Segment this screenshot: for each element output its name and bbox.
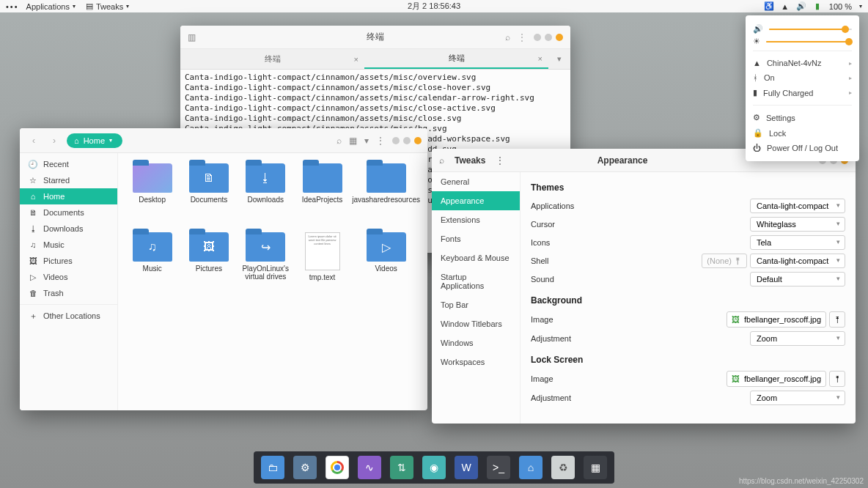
sidebar-item-pictures[interactable]: 🖼Pictures: [20, 253, 117, 269]
search-icon[interactable]: ⌕: [505, 32, 510, 42]
brightness-slider[interactable]: [766, 41, 852, 42]
wifi-icon[interactable]: ▲: [781, 2, 790, 11]
wifi-row[interactable]: ▲ChinaNet-4vNz▸: [753, 56, 852, 70]
battery-pct[interactable]: 100 %: [829, 2, 852, 11]
close-tab-icon[interactable]: ×: [538, 54, 542, 63]
volume-icon[interactable]: 🔊: [797, 2, 806, 11]
close-button[interactable]: [414, 137, 422, 144]
icons-theme-combo[interactable]: Tela: [750, 235, 845, 250]
max-button[interactable]: [403, 137, 411, 144]
shell-none-button[interactable]: (None) ⭱: [702, 254, 747, 268]
view-options-icon[interactable]: ▾: [364, 136, 369, 146]
forward-button[interactable]: ›: [46, 133, 62, 149]
battery-icon[interactable]: ▮: [813, 2, 822, 11]
file-item[interactable]: 🗎Documents: [182, 163, 235, 229]
dock-trash-icon[interactable]: ♻: [551, 456, 575, 479]
tweaks-category-list: GeneralAppearanceExtensionsFontsKeyboard…: [432, 172, 521, 424]
dock-arrows-icon[interactable]: ⇅: [390, 456, 413, 479]
file-item[interactable]: ▷Videos: [352, 232, 420, 298]
sidebar-item-trash[interactable]: 🗑Trash: [20, 285, 117, 301]
dock-chrome-icon[interactable]: [326, 456, 349, 479]
category-windows[interactable]: Windows: [432, 333, 520, 352]
file-item[interactable]: Desktop: [125, 163, 179, 229]
kebab-icon[interactable]: ⋮: [376, 136, 385, 146]
cursor-theme-combo[interactable]: Whiteglass: [750, 217, 845, 232]
category-fonts[interactable]: Fonts: [432, 229, 520, 248]
category-general[interactable]: General: [432, 172, 520, 191]
lockscreen-upload-button[interactable]: ⭱: [829, 371, 845, 387]
lockscreen-adjustment-combo[interactable]: Zoom: [750, 391, 845, 405]
sidebar-item-music[interactable]: ♫Music: [20, 237, 117, 253]
category-workspaces[interactable]: Workspaces: [432, 352, 520, 371]
kebab-icon[interactable]: ⋮: [518, 32, 526, 42]
clock[interactable]: 2月 2 18:56:43: [408, 1, 460, 12]
max-button[interactable]: [545, 34, 552, 41]
breadcrumb-home[interactable]: ⌂Home▾: [67, 133, 122, 148]
terminal-tab-1[interactable]: 终端×: [364, 49, 548, 69]
dock-settings-icon[interactable]: ⚙: [293, 456, 317, 479]
applications-theme-combo[interactable]: Canta-light-compact: [750, 199, 845, 213]
gear-icon: ⚙: [753, 113, 760, 122]
sound-theme-combo[interactable]: Default: [750, 272, 845, 286]
file-item[interactable]: 🖼Pictures: [182, 232, 235, 298]
settings-row[interactable]: ⚙Settings: [753, 110, 852, 125]
file-item[interactable]: ⭳Downloads: [239, 163, 293, 229]
terminal-tab-0[interactable]: 终端×: [180, 49, 364, 69]
file-item[interactable]: Lorem ipsum dolor sit amet text file pre…: [295, 232, 349, 298]
sidebar-icon: 🗑: [29, 289, 37, 297]
dock-apps-icon[interactable]: ▦: [584, 456, 607, 479]
applications-menu[interactable]: Applications▾: [26, 2, 76, 11]
kebab-icon[interactable]: ⋮: [496, 155, 504, 166]
dock-disc-icon[interactable]: ◉: [422, 456, 446, 479]
sidebar-item-documents[interactable]: 🗎Documents: [20, 204, 117, 221]
volume-slider[interactable]: [769, 29, 852, 30]
file-item[interactable]: javasharedresources: [352, 163, 420, 229]
background-image-button[interactable]: 🖼fbellanger_roscoff.jpg: [727, 311, 826, 328]
dock-wps-icon[interactable]: W: [455, 456, 478, 479]
close-button[interactable]: [556, 34, 563, 41]
view-toggle-icon[interactable]: ▦: [349, 136, 357, 146]
section-lockscreen: Lock Screen: [531, 355, 845, 365]
sidebar-icon: ＋: [29, 311, 37, 320]
dock-wave-icon[interactable]: ∿: [358, 456, 381, 479]
file-item[interactable]: IdeaProjects: [295, 163, 349, 229]
close-tab-icon[interactable]: ×: [354, 55, 358, 64]
category-extensions[interactable]: Extensions: [432, 210, 520, 229]
category-appearance[interactable]: Appearance: [432, 191, 520, 210]
min-button[interactable]: [534, 34, 541, 41]
sidebar-item-videos[interactable]: ▷Videos: [20, 269, 117, 285]
activities-dots[interactable]: •••: [6, 2, 19, 11]
dock-terminal-icon[interactable]: >_: [487, 456, 510, 479]
dock-folder-icon[interactable]: ⌂: [519, 456, 542, 479]
file-item[interactable]: ↪PlayOnLinux's virtual drives: [239, 232, 293, 298]
power-row[interactable]: ▮Fully Charged▸: [753, 85, 852, 100]
lock-row[interactable]: 🔒Lock: [753, 125, 852, 141]
sidebar-item-downloads[interactable]: ⭳Downloads: [20, 221, 117, 237]
search-icon[interactable]: ⌕: [439, 155, 444, 166]
sidebar-item-recent[interactable]: 🕘Recent: [20, 156, 117, 172]
accessibility-icon[interactable]: ♿: [765, 2, 773, 11]
background-upload-button[interactable]: ⭱: [829, 311, 845, 328]
lockscreen-image-button[interactable]: 🖼fbellanger_roscoff.jpg: [727, 371, 826, 387]
bluetooth-row[interactable]: ᚼOn▸: [753, 70, 852, 85]
sidebar-item-other-locations[interactable]: ＋Other Locations: [20, 308, 117, 324]
category-startup-applications[interactable]: Startup Applications: [432, 267, 520, 295]
home-icon: ⌂: [74, 136, 79, 145]
search-icon[interactable]: ⌕: [336, 136, 342, 146]
poweroff-row[interactable]: ⏻Power Off / Log Out: [753, 141, 852, 155]
category-window-titlebars[interactable]: Window Titlebars: [432, 314, 520, 333]
terminal-menu-icon[interactable]: ▥: [188, 32, 196, 42]
active-app-indicator[interactable]: ▤ Tweaks ▾: [86, 1, 129, 11]
category-keyboard-mouse[interactable]: Keyboard & Mouse: [432, 248, 520, 267]
file-item[interactable]: ♫Music: [125, 232, 179, 298]
background-adjustment-combo[interactable]: Zoom: [750, 331, 845, 346]
sidebar-item-starred[interactable]: ☆Starred: [20, 172, 117, 188]
min-button[interactable]: [392, 137, 400, 144]
volume-slider-icon: 🔊: [753, 24, 763, 34]
back-button[interactable]: ‹: [26, 133, 42, 149]
shell-theme-combo[interactable]: Canta-light-compact: [750, 254, 845, 268]
sidebar-item-home[interactable]: ⌂Home: [20, 188, 117, 204]
new-tab-button[interactable]: ▾: [548, 49, 570, 69]
dock-files-icon[interactable]: 🗀: [261, 456, 284, 479]
category-top-bar[interactable]: Top Bar: [432, 295, 520, 314]
